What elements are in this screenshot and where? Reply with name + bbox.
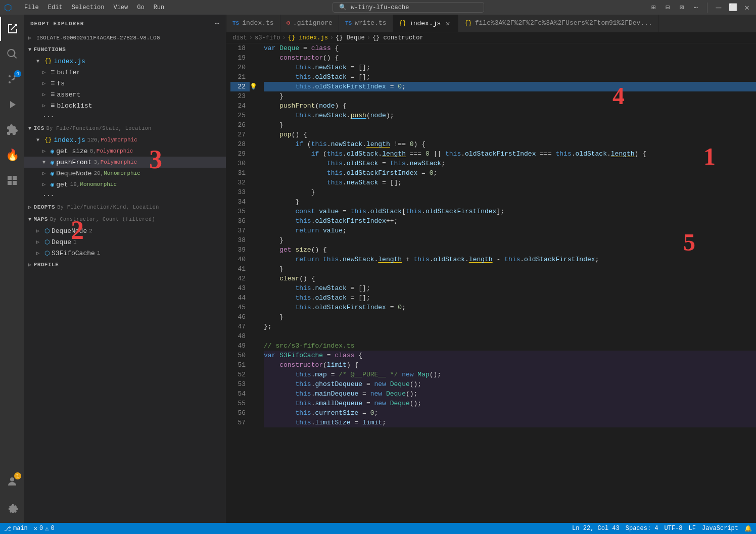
maps-s3fifocache[interactable]: ▷ ⬡ S3FifoCache 1 xyxy=(24,248,226,259)
functions-blocklist[interactable]: ▷ ≡ blocklist xyxy=(24,100,226,111)
maps-s3-badge: 1 xyxy=(97,250,101,256)
functions-ellipsis[interactable]: ··· xyxy=(24,111,226,122)
ics-dequenode[interactable]: ▷ ◉ DequeNode 20, Monomorphic xyxy=(24,168,226,179)
tab-write-ts[interactable]: TS write.ts xyxy=(339,15,393,32)
code-line-46: } xyxy=(264,312,756,322)
activity-explorer[interactable] xyxy=(0,17,24,41)
ics-idx-state: Polymorphic xyxy=(101,137,137,143)
functions-section-title[interactable]: ▼ FUNCTIONS xyxy=(24,43,226,56)
code-editor[interactable]: var Deque = class { constructor() { this… xyxy=(260,43,756,523)
fs-icon: ≡ xyxy=(51,79,55,87)
activity-deopt[interactable]: 🔥 xyxy=(0,143,24,167)
tab-write-ts-label: write.ts xyxy=(355,19,386,27)
status-language[interactable]: JavaScript xyxy=(702,525,738,532)
lightbulb-icon: 💡 xyxy=(250,83,257,90)
tab-file-url[interactable]: {} file%3A%2F%2F%2Fc%3A%2FUsers%2Ftom91%… xyxy=(458,15,658,32)
ics-idx-label: index.js xyxy=(54,136,85,144)
functions-buffer[interactable]: ▷ ≡ buffer xyxy=(24,67,226,78)
ics-get[interactable]: ▷ ◉ get 18, Monomorphic xyxy=(24,179,226,190)
bc-constructor[interactable]: {} constructor xyxy=(372,34,423,41)
functions-fs[interactable]: ▷ ≡ fs xyxy=(24,78,226,89)
tab-gitignore[interactable]: ⚙ .gitignore xyxy=(280,15,339,32)
maps-dn-icon: ⬡ xyxy=(44,227,50,235)
activity-settings[interactable] xyxy=(0,495,24,519)
panel-icon[interactable]: ⊠ xyxy=(677,3,687,13)
bc-deque[interactable]: {} Deque xyxy=(336,34,365,41)
activity-source-control[interactable]: 4 xyxy=(0,67,24,91)
status-spaces[interactable]: Spaces: 4 xyxy=(626,525,658,532)
menu-run[interactable]: Run xyxy=(150,3,169,12)
maps-deque[interactable]: ▷ ⬡ Deque 1 xyxy=(24,236,226,248)
ics-pf-state: Polymorphic xyxy=(101,159,137,165)
deopts-title-text: DEOPTS xyxy=(34,204,56,210)
bc-s3fifo[interactable]: s3-fifo xyxy=(255,34,280,41)
menu-edit[interactable]: Edit xyxy=(44,3,67,12)
isolate-label: ISOLATE-000002611F4ACAE0-27828-V8.LOG xyxy=(36,35,160,41)
activity-unknown[interactable] xyxy=(0,168,24,192)
minimize-button[interactable]: — xyxy=(714,3,724,13)
functions-assert[interactable]: ▷ ≡ assert xyxy=(24,89,226,100)
maps-dequenode[interactable]: ▷ ⬡ DequeNode 2 xyxy=(24,225,226,236)
ics-gs-label: get size xyxy=(56,148,87,155)
ellipsis-icon[interactable]: ⋯ xyxy=(691,3,701,13)
code-line-30: this.oldStack = this.newStack; xyxy=(264,159,756,168)
close-button[interactable]: ✕ xyxy=(742,3,752,13)
status-errors[interactable]: ✕ 0 ⚠ 0 xyxy=(34,525,55,532)
buf-arrow: ▷ xyxy=(42,69,51,75)
isolate-file[interactable]: ▷ ISOLATE-000002611F4ACAE0-27828-V8.LOG xyxy=(24,32,226,43)
activity-account[interactable]: 1 xyxy=(0,469,24,494)
status-line-ending[interactable]: LF xyxy=(689,525,696,532)
bc-indexjs[interactable]: {} index.js xyxy=(288,34,328,41)
code-line-57: this.limitSize = limit; xyxy=(264,418,756,427)
menu-view[interactable]: View xyxy=(109,3,132,12)
functions-title-text: FUNCTIONS xyxy=(34,46,66,53)
status-notifications[interactable]: 🔔 xyxy=(744,525,752,532)
menu-file[interactable]: File xyxy=(20,3,43,12)
deopts-section-title[interactable]: ▷ DEOPTS By File/Function/Kind, Location xyxy=(24,201,226,213)
code-line-33: } xyxy=(264,187,756,197)
ts-icon: TS xyxy=(232,20,239,26)
sidebar-more-btn[interactable]: ⋯ xyxy=(215,19,220,28)
code-line-56: this.currentSize = 0; xyxy=(264,408,756,418)
activity-run[interactable] xyxy=(0,92,24,117)
assert-icon: ≡ xyxy=(51,90,55,99)
tab-index-ts[interactable]: TS index.ts xyxy=(226,15,280,32)
activity-search[interactable] xyxy=(0,42,24,66)
status-branch[interactable]: ⎇ main xyxy=(4,525,28,532)
activity-extensions[interactable] xyxy=(0,118,24,142)
code-line-26: } xyxy=(264,120,756,130)
maximize-button[interactable]: ⬜ xyxy=(728,3,738,13)
deopts-subtitle: By File/Function/Kind, Location xyxy=(57,205,159,210)
ics-index-js[interactable]: ▼ {} index.js 126, Polymorphic xyxy=(24,134,226,145)
activity-bar: 4 🔥 1 xyxy=(0,15,24,523)
bc-dist[interactable]: dist xyxy=(232,34,247,41)
lightbulb-22[interactable]: 💡 xyxy=(250,82,260,91)
tab-index-js[interactable]: {} index.js ✕ xyxy=(393,15,459,32)
ics-section-title[interactable]: ▼ ICS By File/Function/State, Location xyxy=(24,122,226,134)
status-encoding[interactable]: UTF-8 xyxy=(665,525,683,532)
ics-more[interactable]: ··· xyxy=(24,190,226,201)
code-line-29: if (this.oldStack.length === 0 || this.o… xyxy=(264,149,756,159)
split-icon[interactable]: ⊟ xyxy=(663,3,673,13)
tab-index-js-close[interactable]: ✕ xyxy=(444,19,452,27)
ics-get-size[interactable]: ▷ ◉ get size 8, Polymorphic xyxy=(24,145,226,157)
js-file-icon: {} xyxy=(44,58,52,65)
write-ts-icon: TS xyxy=(345,20,352,26)
ics-arrow: ▼ xyxy=(28,126,32,131)
code-line-55: this.smallDequeue = new Deque(); xyxy=(264,399,756,408)
profile-section-title[interactable]: ▷ PROFILE xyxy=(24,259,226,271)
code-line-34: } xyxy=(264,197,756,207)
layout-icon[interactable]: ⊞ xyxy=(648,3,658,13)
ics-idx-arrow: ▼ xyxy=(36,137,44,143)
menu-selection[interactable]: Selection xyxy=(68,3,109,12)
menu-go[interactable]: Go xyxy=(133,3,148,12)
encoding-label: UTF-8 xyxy=(665,525,683,532)
main-layout: 4 🔥 1 xyxy=(0,15,756,523)
title-bar-right: ⊞ ⊟ ⊠ ⋯ — ⬜ ✕ xyxy=(648,3,752,13)
functions-index-js[interactable]: ▼ {} index.js xyxy=(24,56,226,67)
ics-pushfront[interactable]: ▼ ◉ pushFront 3, Polymorphic xyxy=(24,157,226,168)
svg-rect-5 xyxy=(8,181,12,185)
status-position[interactable]: Ln 22, Col 43 xyxy=(572,525,620,532)
title-search-box[interactable]: 🔍 w-tiny-lfu-cache xyxy=(333,2,484,13)
maps-section-title[interactable]: ▼ MAPS By Constructor, Count (filtered) xyxy=(24,213,226,225)
